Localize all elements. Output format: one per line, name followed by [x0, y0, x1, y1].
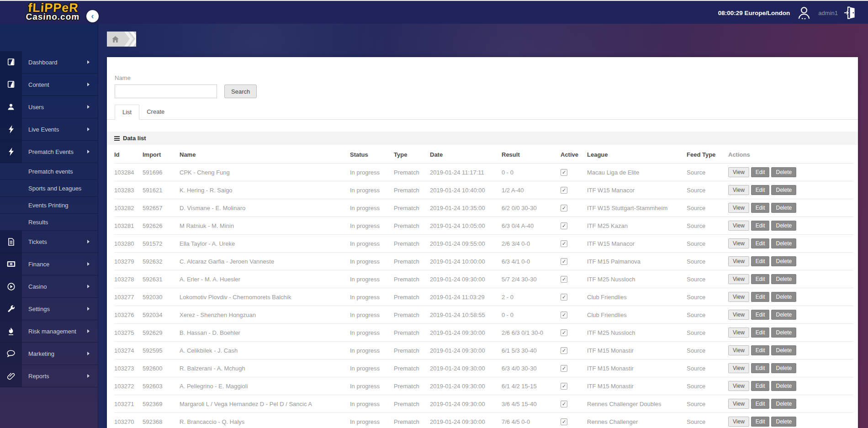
view-button[interactable]: View [728, 203, 749, 213]
active-checkbox[interactable]: ✓ [561, 258, 567, 265]
table-row: 103277592030Lokomotiv Plovdiv - Chernomo… [114, 288, 853, 306]
table-row: 103270592368R. Brancaccio - Q. HalysIn p… [114, 413, 853, 428]
home-icon[interactable] [112, 36, 119, 42]
delete-button[interactable]: Delete [771, 310, 796, 320]
edit-button[interactable]: Edit [751, 203, 770, 213]
view-button[interactable]: View [728, 381, 749, 391]
edit-button[interactable]: Edit [751, 399, 770, 409]
data-list-panel-header: Data list [107, 132, 858, 145]
sidebar-subitem-sports-and-leagues[interactable]: Sports and Leagues [0, 180, 98, 197]
edit-button[interactable]: Edit [751, 345, 770, 355]
row-actions: ViewEditDelete [728, 310, 853, 320]
active-checkbox[interactable]: ✓ [561, 276, 567, 283]
name-filter-input[interactable] [115, 85, 217, 98]
sidebar-item-casino[interactable]: Casino [0, 275, 98, 298]
delete-button[interactable]: Delete [771, 292, 796, 302]
view-button[interactable]: View [728, 274, 749, 284]
view-button[interactable]: View [728, 256, 749, 266]
active-checkbox[interactable]: ✓ [561, 312, 567, 318]
delete-button[interactable]: Delete [771, 221, 796, 231]
logged-in-username[interactable]: admin1 [818, 10, 838, 16]
sidebar-item-live-events[interactable]: Live Events [0, 118, 98, 141]
delete-button[interactable]: Delete [771, 345, 796, 355]
sidebar-collapse-button[interactable]: ‹ [86, 10, 99, 22]
sidebar-item-finance[interactable]: 1Finance [0, 253, 98, 275]
edit-button[interactable]: Edit [751, 274, 770, 284]
active-checkbox[interactable]: ✓ [561, 205, 567, 211]
view-button[interactable]: View [728, 328, 749, 338]
cell-result: 6/2 0/0 30-30 [502, 199, 561, 217]
view-button[interactable]: View [728, 221, 749, 231]
table-row: 103274592595A. Celikbilek - J. CashIn pr… [114, 342, 853, 359]
sidebar-item-users[interactable]: Users [0, 96, 98, 118]
view-button[interactable]: View [728, 399, 749, 409]
casino-logo[interactable]: fLiPPeR Casino.com [16, 2, 90, 21]
view-button[interactable]: View [728, 417, 749, 427]
active-checkbox[interactable]: ✓ [561, 365, 567, 372]
edit-button[interactable]: Edit [751, 292, 770, 302]
logout-door-icon[interactable] [844, 6, 856, 20]
delete-button[interactable]: Delete [771, 274, 796, 284]
sidebar-item-marketing[interactable]: Marketing [0, 343, 98, 365]
cell-result: 0 - 0 [502, 306, 561, 324]
view-button[interactable]: View [728, 185, 749, 195]
active-checkbox[interactable]: ✓ [561, 240, 567, 247]
edit-button[interactable]: Edit [751, 363, 770, 373]
view-button[interactable]: View [728, 167, 749, 177]
edit-button[interactable]: Edit [751, 238, 770, 248]
sidebar-item-settings[interactable]: Settings [0, 298, 98, 320]
sidebar-item-label: Live Events [22, 126, 59, 133]
cell-feed-type: Source [687, 270, 728, 288]
sidebar-item-dashboard[interactable]: Dashboard [0, 51, 98, 74]
sidebar-item-label: Marketing [22, 350, 54, 357]
sidebar-item-prematch-events[interactable]: Prematch Events [0, 141, 98, 163]
active-checkbox[interactable]: ✓ [561, 347, 567, 354]
view-button[interactable]: View [728, 345, 749, 355]
edit-button[interactable]: Edit [751, 221, 770, 231]
active-checkbox[interactable]: ✓ [561, 401, 567, 407]
sidebar-subitem-prematch-events[interactable]: Prematch events [0, 163, 98, 180]
active-checkbox[interactable]: ✓ [561, 329, 567, 336]
tab-create[interactable]: Create [139, 105, 172, 120]
cell-name: A. Pellegrino - E. Maggioli [180, 377, 350, 395]
sidebar-item-content[interactable]: Content [0, 74, 98, 96]
edit-button[interactable]: Edit [751, 310, 770, 320]
sidebar-subitem-results[interactable]: Results [0, 214, 98, 231]
edit-button[interactable]: Edit [751, 328, 770, 338]
chevron-right-icon [87, 150, 90, 153]
sidebar-subitem-events-printing[interactable]: Events Printing [0, 197, 98, 214]
view-button[interactable]: View [728, 310, 749, 320]
sidebar-item-tickets[interactable]: Tickets [0, 231, 98, 253]
edit-button[interactable]: Edit [751, 167, 770, 177]
sidebar-item-reports[interactable]: Reports [0, 365, 98, 387]
delete-button[interactable]: Delete [771, 238, 796, 248]
delete-button[interactable]: Delete [771, 399, 796, 409]
user-avatar-icon[interactable] [796, 5, 812, 21]
active-checkbox[interactable]: ✓ [561, 187, 567, 194]
delete-button[interactable]: Delete [771, 363, 796, 373]
delete-button[interactable]: Delete [771, 203, 796, 213]
delete-button[interactable]: Delete [771, 256, 796, 266]
active-checkbox[interactable]: ✓ [561, 294, 567, 301]
delete-button[interactable]: Delete [771, 185, 796, 195]
delete-button[interactable]: Delete [771, 417, 796, 427]
view-button[interactable]: View [728, 363, 749, 373]
search-button[interactable]: Search [224, 85, 257, 98]
delete-button[interactable]: Delete [771, 167, 796, 177]
delete-button[interactable]: Delete [771, 328, 796, 338]
edit-button[interactable]: Edit [751, 185, 770, 195]
edit-button[interactable]: Edit [751, 417, 770, 427]
view-button[interactable]: View [728, 238, 749, 248]
tab-list[interactable]: List [115, 105, 139, 120]
delete-button[interactable]: Delete [771, 381, 796, 391]
sidebar-item-risk-management[interactable]: Risk management [0, 320, 98, 343]
active-checkbox[interactable]: ✓ [561, 222, 567, 229]
active-checkbox[interactable]: ✓ [561, 418, 567, 425]
breadcrumb[interactable] [107, 32, 136, 47]
view-button[interactable]: View [728, 292, 749, 302]
edit-button[interactable]: Edit [751, 256, 770, 266]
active-checkbox[interactable]: ✓ [561, 383, 567, 390]
active-checkbox[interactable]: ✓ [561, 169, 567, 176]
book-icon [0, 51, 22, 73]
edit-button[interactable]: Edit [751, 381, 770, 391]
